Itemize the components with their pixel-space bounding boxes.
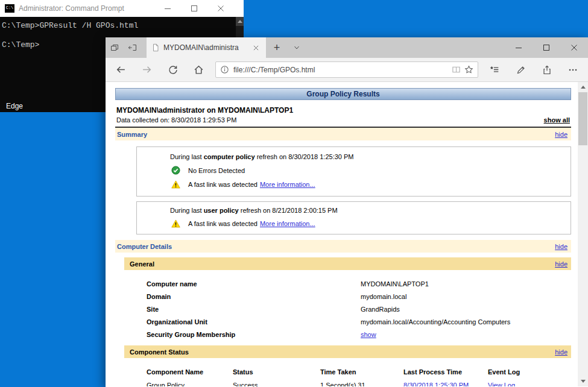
report-subtitle: MYDOMAIN\administrator on MYDOMAIN\LAPTO… bbox=[115, 106, 571, 115]
view-log-link[interactable]: View Log bbox=[488, 382, 515, 386]
refresh-text-bold: computer policy bbox=[204, 153, 255, 160]
cmd-minimize-button[interactable] bbox=[154, 0, 181, 17]
table-row: Site GrandRapids bbox=[115, 303, 571, 315]
table-row: Security Group Membership show bbox=[115, 328, 571, 341]
cmd-titlebar[interactable]: C:\ Administrator: Command Prompt bbox=[0, 0, 244, 17]
status-row-no-errors: No Errors Detected bbox=[171, 166, 571, 175]
edge-close-button[interactable] bbox=[560, 37, 588, 58]
edge-maximize-button[interactable] bbox=[533, 37, 560, 58]
up-arrow-icon bbox=[238, 20, 242, 23]
status-row-fast-link: A fast link was detected More informatio… bbox=[171, 219, 571, 228]
cmd-maximize-button[interactable] bbox=[181, 0, 207, 17]
computer-details-section-header[interactable]: Computer Details hide bbox=[115, 240, 571, 253]
row-value: mydomain.local/Accounting/Accounting Com… bbox=[361, 318, 510, 326]
cmd-scroll-up-button[interactable] bbox=[236, 17, 244, 26]
success-icon bbox=[171, 166, 180, 175]
scroll-down-button[interactable] bbox=[578, 376, 588, 386]
more-information-link[interactable]: More information... bbox=[260, 181, 315, 188]
tab-close-button[interactable] bbox=[250, 42, 261, 53]
navigation-bar: file:///C:/Temp/GPOs.html bbox=[106, 58, 588, 82]
time-taken-cell: 1 Second(s) 31 bbox=[320, 382, 403, 386]
refresh-button[interactable] bbox=[160, 58, 186, 82]
web-note-button[interactable] bbox=[508, 58, 534, 82]
general-hide-link[interactable]: hide bbox=[555, 260, 567, 268]
report-meta-row: Data collected on: 8/30/2018 1:29:53 PM … bbox=[115, 115, 571, 128]
column-header: Status bbox=[233, 368, 320, 376]
page-favicon bbox=[151, 43, 160, 52]
security-group-show-link[interactable]: show bbox=[361, 331, 376, 338]
row-label: Organizational Unit bbox=[115, 318, 361, 326]
component-status-subsection-header[interactable]: Component Status hide bbox=[124, 345, 571, 358]
last-process-time-link[interactable]: 8/30/2018 1:25:30 PM bbox=[403, 382, 469, 386]
address-url[interactable]: file:///C:/Temp/GPOs.html bbox=[233, 66, 448, 74]
close-icon bbox=[217, 5, 224, 12]
scrollbar-thumb[interactable] bbox=[578, 92, 587, 145]
general-subsection-header[interactable]: General hide bbox=[124, 257, 571, 270]
minimize-icon bbox=[515, 44, 522, 51]
share-button[interactable] bbox=[534, 58, 560, 82]
hub-icon bbox=[490, 64, 500, 75]
row-value: mydomain.local bbox=[361, 293, 406, 300]
table-row: Group Policy Success 1 Second(s) 31 8/30… bbox=[115, 379, 571, 386]
more-button[interactable] bbox=[560, 58, 586, 82]
user-policy-refresh-text: During last user policy refresh on 8/21/… bbox=[170, 207, 571, 214]
hub-button[interactable] bbox=[482, 58, 508, 82]
row-value: MYDOMAIN\LAPTOP1 bbox=[361, 280, 429, 288]
table-row: Computer name MYDOMAIN\LAPTOP1 bbox=[115, 277, 571, 290]
more-information-link[interactable]: More information... bbox=[260, 220, 315, 227]
status-text: A fast link was detected bbox=[188, 181, 258, 188]
minimize-icon bbox=[164, 5, 171, 12]
cmd-app-icon: C:\ bbox=[5, 4, 14, 13]
table-row: Organizational Unit mydomain.local/Accou… bbox=[115, 315, 571, 328]
back-button[interactable] bbox=[108, 58, 134, 82]
general-table: Computer name MYDOMAIN\LAPTOP1 Domain my… bbox=[115, 270, 571, 345]
content-scrollbar[interactable] bbox=[578, 82, 588, 386]
row-label: Computer name bbox=[115, 280, 361, 288]
home-button[interactable] bbox=[186, 58, 212, 82]
forward-button[interactable] bbox=[134, 58, 160, 82]
cmd-window-controls bbox=[154, 0, 234, 17]
user-policy-summary-box: During last user policy refresh on 8/21/… bbox=[136, 201, 571, 234]
desktop-shortcut-edge-label[interactable]: Edge bbox=[6, 102, 23, 110]
tab-preview-icon bbox=[110, 43, 119, 52]
component-status-hide-link[interactable]: hide bbox=[555, 348, 567, 356]
set-tabs-aside-button[interactable] bbox=[124, 37, 142, 58]
refresh-text-bold: user policy bbox=[204, 207, 239, 214]
warning-icon bbox=[171, 219, 180, 228]
reading-view-button[interactable] bbox=[452, 65, 461, 74]
forward-arrow-icon bbox=[142, 64, 152, 75]
data-collected-text: Data collected on: 8/30/2018 1:29:53 PM bbox=[116, 116, 236, 124]
show-all-link[interactable]: show all bbox=[544, 116, 570, 124]
refresh-icon bbox=[168, 65, 178, 75]
info-icon bbox=[220, 65, 229, 74]
computer-details-label: Computer Details bbox=[117, 243, 172, 250]
table-header-row: Component Name Status Time Taken Last Pr… bbox=[115, 365, 571, 379]
add-favorite-button[interactable] bbox=[464, 65, 473, 74]
tab-list-chevron-button[interactable] bbox=[288, 37, 306, 58]
edge-browser-window: MYDOMAIN\administra + bbox=[106, 37, 588, 387]
computer-details-hide-link[interactable]: hide bbox=[555, 243, 567, 250]
browser-tab[interactable]: MYDOMAIN\administra bbox=[147, 37, 266, 58]
gp-results-report: Group Policy Results MYDOMAIN\administra… bbox=[115, 88, 571, 386]
column-header: Time Taken bbox=[320, 368, 403, 376]
summary-hide-link[interactable]: hide bbox=[555, 131, 567, 138]
tab-preview-button[interactable] bbox=[106, 37, 124, 58]
cmd-close-button[interactable] bbox=[207, 0, 234, 17]
edge-minimize-button[interactable] bbox=[505, 37, 533, 58]
summary-section-header[interactable]: Summary hide bbox=[115, 128, 571, 140]
back-arrow-icon bbox=[116, 64, 126, 75]
column-header: Component Name bbox=[147, 368, 233, 376]
cmd-window-title: Administrator: Command Prompt bbox=[19, 4, 154, 13]
scroll-up-button[interactable] bbox=[578, 82, 588, 92]
row-label: Domain bbox=[115, 293, 361, 300]
browser-content: Group Policy Results MYDOMAIN\administra… bbox=[106, 82, 588, 386]
address-bar[interactable]: file:///C:/Temp/GPOs.html bbox=[215, 61, 478, 78]
tab-title: MYDOMAIN\administra bbox=[163, 43, 247, 52]
component-name-cell: Group Policy bbox=[147, 382, 233, 386]
new-tab-button[interactable]: + bbox=[266, 37, 288, 58]
maximize-icon bbox=[543, 44, 550, 51]
close-icon bbox=[253, 45, 259, 51]
computer-policy-summary-box: During last computer policy refresh on 8… bbox=[136, 146, 571, 197]
status-text: A fast link was detected bbox=[188, 220, 258, 227]
warning-icon bbox=[171, 180, 180, 189]
